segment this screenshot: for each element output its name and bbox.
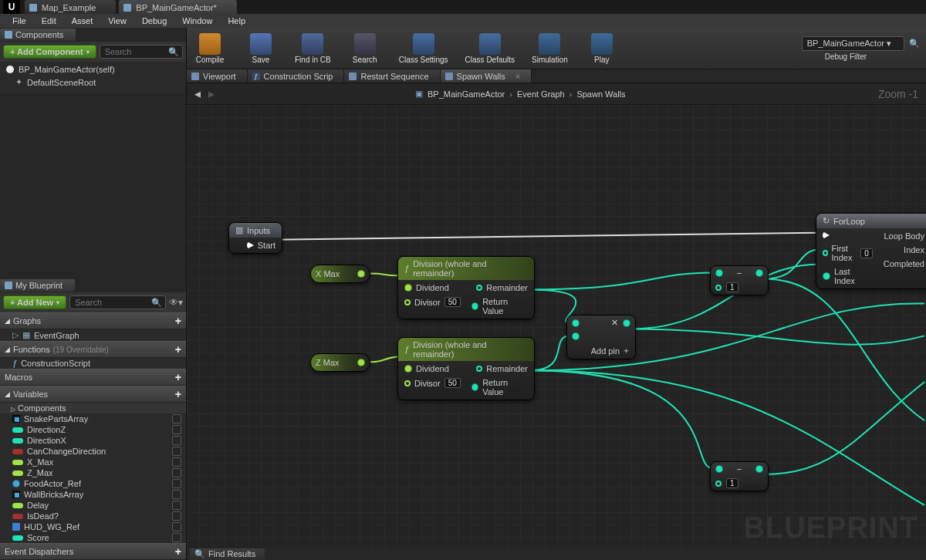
last-index-pin[interactable] [823,272,830,280]
var-directionx[interactable]: DirectionX [0,435,186,446]
tool-play[interactable]: Play [585,33,619,64]
var-snakepartsarray[interactable]: SnakePartsArray [0,413,186,424]
int-out-pin[interactable] [755,465,763,473]
remainder-pin[interactable] [476,285,482,291]
tool-find-in-cb[interactable]: Find in CB [295,33,331,64]
var-visibility-toggle[interactable] [172,522,181,531]
graph-tab-viewport[interactable]: Viewport [187,69,248,83]
blueprint-search-input[interactable]: Search 🔍 [69,295,166,309]
menu-edit[interactable]: Edit [34,15,64,27]
add-function-icon[interactable]: + [175,343,181,356]
array-out-pin[interactable] [623,319,630,327]
close-icon[interactable]: × [515,72,520,81]
exec-out-pin[interactable] [247,241,254,249]
add-new-button[interactable]: + Add New▾ [3,295,66,309]
node-subtract-1[interactable]: − 1 [710,265,769,295]
var-visibility-toggle[interactable] [172,468,181,477]
float-out-pin[interactable] [357,359,365,366]
tool-class-settings[interactable]: Class Settings [399,33,448,64]
exec-in-pin[interactable] [823,231,830,239]
breadcrumb[interactable]: ▣ BP_MainGameActor› Event Graph› Spawn W… [415,89,626,99]
find-results-tab[interactable]: 🔍Find Results [190,548,265,560]
add-graph-icon[interactable]: + [175,315,181,327]
var-canchangedirection[interactable]: CanChangeDirection [0,446,186,457]
node-division-1[interactable]: ƒDivision (whole and remainder) Dividend… [397,256,535,319]
var-visibility-toggle[interactable] [172,447,181,456]
node-var-zmax[interactable]: Z Max [310,353,370,372]
var-visibility-toggle[interactable] [172,479,181,488]
divisor-pin[interactable] [404,380,411,386]
var-visibility-toggle[interactable] [172,490,181,499]
first-index-input[interactable]: 0 [860,248,873,258]
var-x-max[interactable]: X_Max [0,457,186,467]
menu-asset[interactable]: Asset [64,15,101,27]
add-macro-icon[interactable]: + [175,371,181,383]
tool-search[interactable]: Search [348,33,382,64]
item-eventgraph[interactable]: ▷▦EventGraph [0,329,186,341]
menu-help[interactable]: Help [220,15,253,27]
category-macros[interactable]: Macros+ [0,369,186,386]
component-self[interactable]: BP_MainGameActor(self) [2,63,186,76]
node-var-xmax[interactable]: X Max [310,265,370,283]
node-subtract-2[interactable]: − 1 [710,461,769,491]
return-pin[interactable] [471,383,478,391]
first-index-pin[interactable] [823,250,828,256]
remainder-pin[interactable] [476,366,482,372]
var-visibility-toggle[interactable] [172,511,181,521]
component-scene-root[interactable]: ✦DefaultSceneRoot [2,76,186,89]
var-visibility-toggle[interactable] [172,436,181,445]
var-delay[interactable]: Delay [0,500,186,511]
tool-save[interactable]: Save [244,33,278,64]
my-blueprint-panel-tab[interactable]: My Blueprint [0,278,186,292]
return-pin[interactable] [471,302,478,310]
var-visibility-toggle[interactable] [172,457,181,467]
nav-back-icon[interactable]: ◂ [194,86,201,101]
menu-debug[interactable]: Debug [134,15,174,27]
divisor-pin[interactable] [404,299,411,305]
array-pin-1[interactable] [572,332,580,340]
dividend-pin[interactable] [404,365,412,373]
find-debug-icon[interactable]: 🔍 [909,39,920,49]
var-hud-wg-ref[interactable]: HUD_WG_Ref [0,521,186,532]
blueprint-graph-canvas[interactable]: ▥Inputs Start X Max Z Max ƒDivision (who… [187,105,926,548]
tool-class-defaults[interactable]: Class Defaults [465,33,515,64]
var-isdead-[interactable]: IsDead? [0,511,186,521]
tool-compile[interactable]: Compile [193,33,227,64]
node-division-2[interactable]: ƒDivision (whole and remainder) Dividend… [397,337,535,400]
int-in-pin[interactable] [715,269,723,277]
literal-input[interactable]: 1 [726,282,738,292]
var-visibility-toggle[interactable] [172,425,181,434]
divisor-input[interactable]: 50 [444,297,461,307]
components-search-input[interactable]: Search 🔍 [100,45,183,59]
add-variable-icon[interactable]: + [175,388,181,400]
category-functions[interactable]: ◢Functions (19 Overridable)+ [0,341,186,358]
var-visibility-toggle[interactable] [172,533,181,542]
var-wallbricksarray[interactable]: WallBricksArray [0,489,186,500]
doc-tab-bp[interactable]: BP_MainGameActor* [119,0,237,14]
components-panel-tab[interactable]: Components [0,28,186,42]
view-options-icon[interactable]: 👁▾ [169,297,183,308]
tool-simulation[interactable]: Simulation [532,33,568,64]
int-in-pin[interactable] [715,481,722,487]
var-visibility-toggle[interactable] [172,414,181,423]
node-forloop[interactable]: ↻ForLoop First Index0 Last Index Loop Bo… [816,213,926,289]
int-in-pin[interactable] [715,465,723,473]
var-foodactor-ref[interactable]: FoodActor_Ref [0,478,186,489]
nav-fwd-icon[interactable]: ▸ [208,86,215,101]
add-pin-icon[interactable]: ＋ [622,345,630,356]
subcategory-components[interactable]: ▷ Components [0,403,186,413]
graph-tab-spawn-walls[interactable]: Spawn Walls× [441,69,532,83]
literal-input[interactable]: 1 [726,478,738,488]
int-in-pin[interactable] [715,285,722,291]
int-out-pin[interactable] [755,269,763,277]
category-event-dispatchers[interactable]: Event Dispatchers+ [0,543,186,560]
debug-object-combo[interactable]: BP_MainGameActor ▾ [802,36,904,51]
item-constructionscript[interactable]: ƒConstructionScript [0,358,186,369]
divisor-input[interactable]: 50 [444,378,461,388]
add-dispatcher-icon[interactable]: + [175,545,181,558]
add-component-button[interactable]: + Add Component▾ [3,45,96,59]
doc-tab-map[interactable]: Map_Example [25,0,116,14]
graph-tab-construction-scrip[interactable]: ƒConstruction Scrip [248,69,345,83]
var-score[interactable]: Score [0,532,186,543]
menu-view[interactable]: View [100,15,134,27]
